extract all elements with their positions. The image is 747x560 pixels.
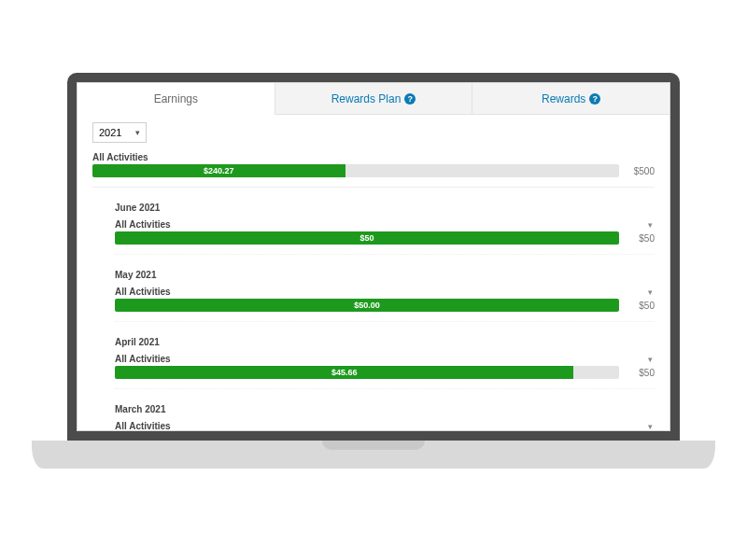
laptop-base (32, 441, 715, 469)
month-bar-fill: $50.00 (115, 299, 619, 312)
tab-rewards[interactable]: Rewards ? (472, 83, 669, 114)
month-bar-row: $45.66$50 (115, 366, 655, 379)
chevron-down-icon[interactable]: ▾ (646, 420, 655, 430)
month-sublabel: All Activities (115, 421, 171, 431)
month-title: June 2021 (115, 203, 655, 213)
tab-rewards-plan[interactable]: Rewards Plan ? (275, 83, 473, 114)
months-container: June 2021All Activities▾$50$50May 2021Al… (92, 203, 655, 430)
month-bar-fill: $45.66 (115, 366, 573, 379)
year-select-value: 2021 (99, 127, 121, 138)
month-block: May 2021All Activities▾$50.00$50 (115, 270, 655, 322)
month-title: March 2021 (115, 404, 655, 414)
month-bar-max: $50 (627, 368, 655, 378)
month-block: March 2021All Activities▾$21.05$50 (115, 404, 655, 430)
help-icon[interactable]: ? (404, 93, 416, 105)
tab-rewards-label: Rewards (542, 92, 585, 105)
tab-earnings-label: Earnings (154, 92, 198, 105)
tab-rewards-plan-label: Rewards Plan (331, 92, 402, 105)
summary-bar-track: $240.27 (92, 164, 619, 177)
year-select[interactable]: 2021 ▾ (92, 122, 147, 143)
month-block: June 2021All Activities▾$50$50 (115, 203, 655, 255)
month-bar-track: $45.66 (115, 366, 619, 379)
month-bar-fill: $50 (115, 231, 619, 245)
month-bar-track: $50.00 (115, 299, 619, 312)
summary-bar-max: $500 (627, 166, 655, 176)
tabs: Earnings Rewards Plan ? Rewards ? (78, 83, 669, 115)
earnings-panel: 2021 ▾ All Activities $240.27 $500 June … (78, 115, 669, 430)
month-sublabel: All Activities (115, 287, 171, 297)
month-block: April 2021All Activities▾$45.66$50 (115, 337, 655, 389)
app-screen: Earnings Rewards Plan ? Rewards ? 2021 ▾… (77, 82, 670, 431)
help-icon[interactable]: ? (589, 93, 600, 105)
summary-bar-row: $240.27 $500 (92, 164, 655, 177)
month-bar-row: $50.00$50 (115, 299, 655, 312)
month-sublabel: All Activities (115, 354, 171, 364)
chevron-down-icon[interactable]: ▾ (646, 218, 655, 231)
summary-block: All Activities $240.27 $500 (92, 152, 655, 188)
tab-earnings[interactable]: Earnings (78, 83, 275, 115)
chevron-down-icon: ▾ (135, 128, 140, 137)
month-bar-row: $50$50 (115, 231, 655, 245)
month-title: May 2021 (115, 270, 655, 280)
summary-bar-fill: $240.27 (92, 164, 345, 177)
month-title: April 2021 (115, 337, 655, 347)
chevron-down-icon[interactable]: ▾ (646, 286, 655, 299)
month-bar-track: $50 (115, 231, 619, 245)
laptop-bezel: Earnings Rewards Plan ? Rewards ? 2021 ▾… (67, 73, 680, 441)
month-bar-max: $50 (627, 233, 655, 244)
month-sublabel: All Activities (115, 219, 171, 230)
month-bar-max: $50 (627, 301, 655, 311)
summary-label: All Activities (92, 152, 655, 162)
chevron-down-icon[interactable]: ▾ (646, 353, 655, 366)
